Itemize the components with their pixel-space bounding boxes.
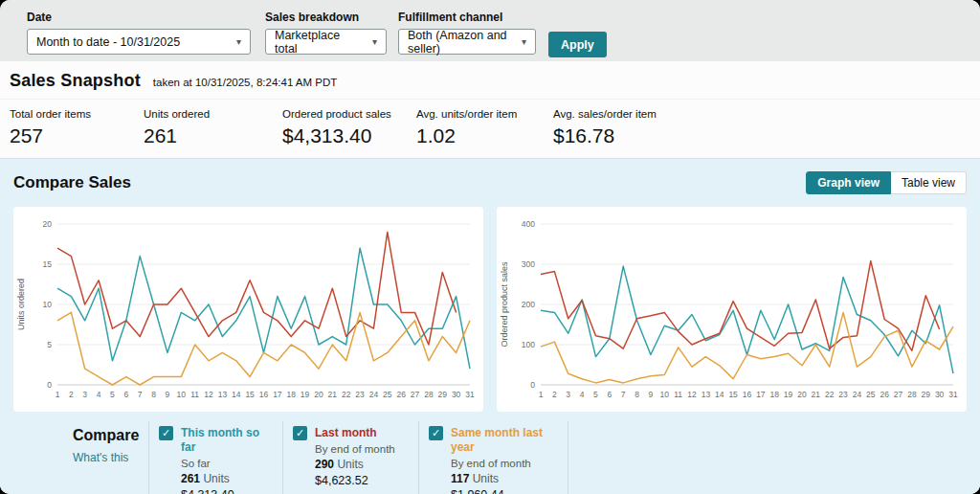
legend-this-month: ✓ This month so far So far 261 Units $4,…: [148, 421, 282, 494]
compare-sales-section: Compare Sales Graph view Table view 0510…: [0, 159, 980, 494]
date-select[interactable]: Month to date - 10/31/2025 ▾: [27, 29, 251, 55]
checkbox-this-month[interactable]: ✓: [159, 426, 173, 440]
svg-text:23: 23: [838, 390, 848, 399]
svg-text:28: 28: [907, 390, 917, 399]
metric-units-ordered: Units ordered 261: [144, 108, 282, 158]
svg-text:21: 21: [812, 390, 821, 399]
metric-value: 261: [144, 124, 282, 147]
sales-breakdown-select[interactable]: Marketplace total ▾: [265, 29, 387, 55]
svg-text:5: 5: [593, 390, 598, 399]
metric-total-order-items: Total order items 257: [10, 108, 144, 158]
svg-text:26: 26: [880, 390, 889, 399]
svg-text:22: 22: [342, 390, 351, 399]
svg-text:26: 26: [396, 390, 406, 399]
graph-view-button[interactable]: Graph view: [806, 171, 891, 194]
date-select-value: Month to date - 10/31/2025: [36, 35, 180, 49]
legend-sales: $4,623.52: [315, 474, 409, 487]
metric-label: Ordered product sales: [282, 108, 416, 120]
svg-text:24: 24: [369, 390, 379, 399]
svg-text:27: 27: [894, 390, 903, 399]
svg-text:3: 3: [566, 390, 570, 399]
whats-this-link[interactable]: What's this: [73, 451, 128, 464]
svg-text:18: 18: [769, 390, 779, 399]
legend-name: Same month last year: [451, 425, 558, 455]
svg-text:16: 16: [743, 390, 752, 399]
svg-text:24: 24: [853, 390, 862, 399]
svg-text:20: 20: [797, 390, 807, 399]
svg-text:200: 200: [522, 300, 535, 309]
svg-text:3: 3: [82, 390, 87, 399]
svg-text:100: 100: [522, 340, 535, 349]
svg-text:27: 27: [411, 390, 420, 399]
svg-text:20: 20: [43, 219, 53, 229]
legend-subtitle: By end of month: [315, 443, 409, 455]
fulfillment-label: Fulfillment channel: [398, 11, 536, 24]
charts-row: 0510152012345678910111213141516171819202…: [13, 207, 967, 412]
svg-text:13: 13: [218, 390, 228, 399]
legend-last-month: ✓ Last month By end of month 290 Units $…: [282, 421, 418, 494]
table-view-button[interactable]: Table view: [891, 171, 967, 194]
legend-units: 290 Units: [315, 458, 409, 471]
svg-text:2: 2: [552, 390, 557, 399]
svg-text:300: 300: [522, 259, 535, 269]
metric-value: $16.78: [553, 124, 657, 147]
legend-top: ✓ Last month: [293, 425, 409, 440]
svg-text:28: 28: [424, 390, 434, 399]
chevron-down-icon: ▾: [236, 36, 241, 47]
ordered-product-sales-chart: 0100200300400123456789101112131415161718…: [497, 209, 965, 410]
svg-text:19: 19: [784, 390, 793, 399]
metric-value: 257: [10, 124, 144, 147]
svg-text:14: 14: [715, 390, 724, 399]
svg-text:17: 17: [756, 390, 766, 399]
svg-text:Ordered product sales: Ordered product sales: [500, 261, 509, 348]
legend-name: Last month: [315, 425, 377, 440]
sales-snapshot-title: Sales Snapshot: [10, 71, 141, 91]
svg-text:31: 31: [948, 390, 958, 399]
fulfillment-select[interactable]: Both (Amazon and seller) ▾: [398, 29, 536, 55]
svg-text:15: 15: [728, 390, 738, 399]
legend-subtitle: By end of month: [451, 458, 558, 469]
metric-label: Avg. units/order item: [416, 108, 553, 120]
metric-label: Units ordered: [144, 108, 282, 120]
svg-text:25: 25: [866, 390, 876, 399]
checkbox-same-month-last-year[interactable]: ✓: [429, 426, 443, 440]
svg-text:2: 2: [69, 390, 74, 399]
svg-text:10: 10: [43, 300, 53, 309]
metric-label: Total order items: [10, 108, 144, 120]
svg-text:20: 20: [314, 390, 323, 399]
sales-breakdown-filter-group: Sales breakdown Marketplace total ▾: [265, 11, 387, 55]
compare-intro: Compare What's this: [73, 421, 148, 494]
metric-value: $4,313.40: [282, 124, 416, 147]
svg-text:29: 29: [922, 390, 931, 399]
svg-text:9: 9: [166, 390, 170, 399]
svg-text:12: 12: [687, 390, 697, 399]
metric-avg-units-order-item: Avg. units/order item 1.02: [416, 108, 553, 158]
svg-text:11: 11: [190, 390, 199, 399]
svg-text:12: 12: [204, 390, 213, 399]
snapshot-metrics-row: Total order items 257 Units ordered 261 …: [0, 100, 980, 159]
units-ordered-chart-card: 0510152012345678910111213141516171819202…: [13, 207, 483, 412]
chevron-down-icon: ▾: [372, 36, 377, 47]
legend-same-month-last-year: ✓ Same month last year By end of month 1…: [418, 421, 568, 494]
svg-text:5: 5: [47, 340, 52, 349]
fulfillment-filter-group: Fulfillment channel Both (Amazon and sel…: [398, 11, 536, 55]
svg-text:1: 1: [539, 390, 544, 399]
legend-units-word: Units: [473, 472, 499, 485]
view-toggle: Graph view Table view: [806, 171, 967, 194]
legend-units-value: 117: [451, 472, 469, 485]
sales-snapshot-header: Sales Snapshot taken at 10/31/2025, 8:24…: [0, 61, 980, 100]
legend-name: This month so far: [181, 425, 273, 455]
apply-button[interactable]: Apply: [548, 32, 607, 57]
svg-text:31: 31: [465, 390, 475, 399]
svg-text:8: 8: [635, 390, 639, 399]
legend-body: By end of month 290 Units $4,623.52: [315, 443, 409, 487]
compare-title: Compare: [73, 427, 148, 444]
checkbox-last-month[interactable]: ✓: [293, 426, 307, 440]
svg-text:8: 8: [151, 390, 156, 399]
compare-sales-title: Compare Sales: [13, 173, 131, 192]
svg-text:4: 4: [97, 390, 101, 399]
svg-text:16: 16: [259, 390, 269, 399]
svg-text:25: 25: [383, 390, 392, 399]
svg-text:29: 29: [438, 390, 448, 399]
svg-text:0: 0: [47, 380, 52, 390]
